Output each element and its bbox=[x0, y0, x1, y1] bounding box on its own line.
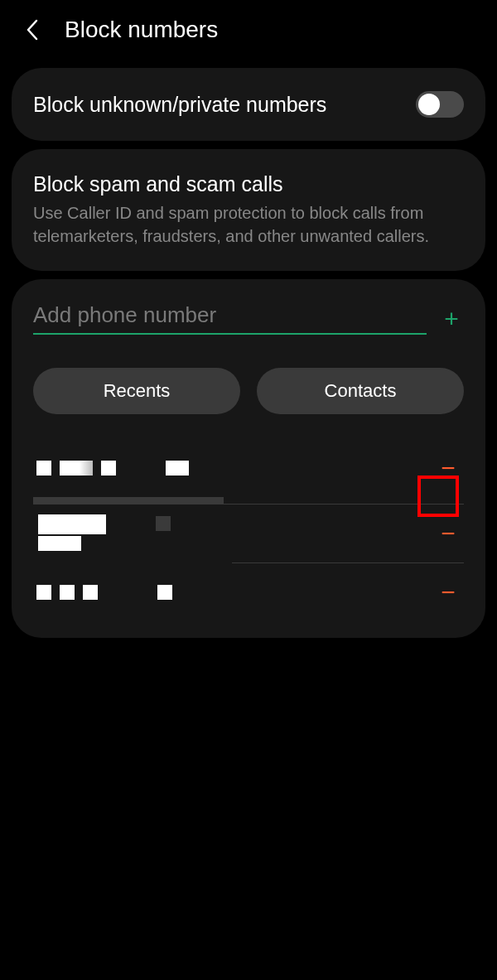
page-title: Block numbers bbox=[65, 17, 218, 43]
toggle-knob bbox=[418, 94, 440, 115]
toggle-card: Block unknown/private numbers bbox=[12, 68, 485, 141]
redacted-number bbox=[36, 585, 172, 600]
button-row: Recents Contacts bbox=[33, 368, 464, 414]
phone-number-input[interactable]: Add phone number bbox=[33, 302, 427, 335]
blocked-list-item: − bbox=[33, 563, 464, 621]
spam-card[interactable]: Block spam and scam calls Use Caller ID … bbox=[12, 149, 485, 271]
minus-icon[interactable]: − bbox=[436, 456, 461, 480]
blocked-list-item: − bbox=[33, 439, 464, 504]
redacted-number bbox=[36, 461, 189, 476]
redacted-number bbox=[38, 514, 171, 551]
add-section: Add phone number + Recents Contacts − bbox=[12, 279, 485, 638]
block-unknown-toggle[interactable] bbox=[416, 91, 464, 118]
redacted-bar bbox=[33, 497, 224, 504]
toggle-row: Block unknown/private numbers bbox=[33, 91, 464, 118]
spam-card-description: Use Caller ID and spam protection to blo… bbox=[33, 201, 464, 248]
spam-card-title: Block spam and scam calls bbox=[33, 172, 464, 196]
plus-icon[interactable]: + bbox=[439, 305, 464, 333]
contacts-button[interactable]: Contacts bbox=[257, 368, 464, 414]
minus-icon[interactable]: − bbox=[436, 580, 461, 605]
input-row: Add phone number + bbox=[33, 302, 464, 335]
header: Block numbers bbox=[0, 0, 497, 60]
minus-icon[interactable]: − bbox=[436, 521, 461, 546]
back-icon[interactable] bbox=[25, 18, 40, 41]
recents-button[interactable]: Recents bbox=[33, 368, 240, 414]
block-unknown-label: Block unknown/private numbers bbox=[33, 93, 326, 117]
blocked-list: − − − bbox=[33, 439, 464, 621]
blocked-list-item: − bbox=[232, 504, 464, 563]
